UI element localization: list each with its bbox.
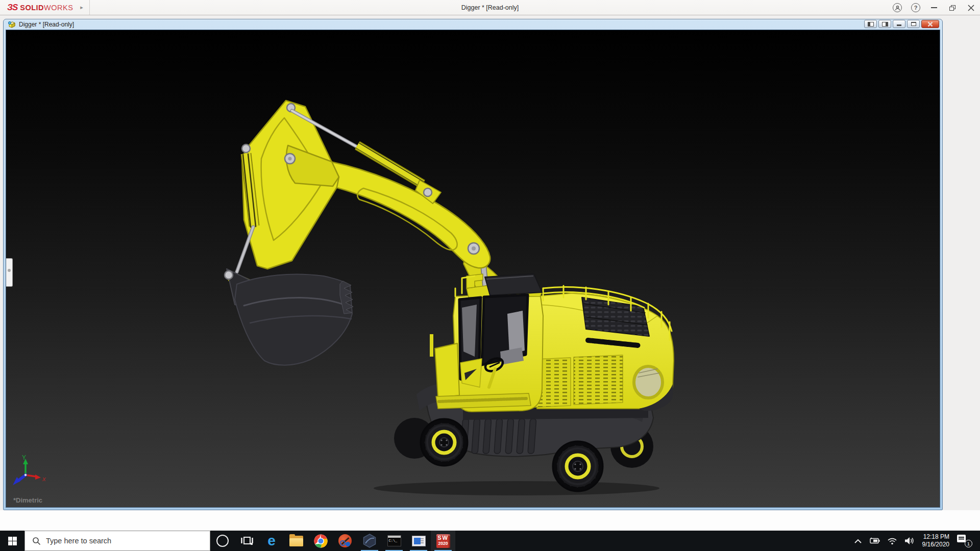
triad-y-label: Y (22, 454, 26, 461)
solidworks-2020-icon: SW2020 (436, 534, 450, 548)
pane-right-button[interactable] (878, 20, 891, 28)
account-button[interactable] (888, 0, 906, 15)
solidworks-logo-solid: SOLID (20, 4, 44, 12)
titlebar-separator (89, 0, 90, 15)
tray-chevron-button[interactable] (851, 531, 865, 551)
document-title: Digger * [Read-only] (19, 21, 74, 28)
volume-button[interactable] (901, 531, 918, 551)
file-explorer-button[interactable] (284, 531, 308, 551)
command-prompt-button[interactable]: C:\_ (382, 531, 406, 551)
hexagon-app-icon (362, 534, 377, 548)
media-cutter-icon (338, 534, 352, 547)
document-window: Digger * [Read-only] (3, 19, 943, 510)
triad-x-label: x (42, 475, 46, 483)
network-button[interactable] (884, 531, 901, 551)
app-window-controls: ? (888, 0, 980, 15)
chevron-up-icon (854, 539, 862, 543)
restore-button[interactable] (943, 0, 962, 15)
tray-time: 12:18 PM (922, 533, 949, 541)
cortana-button[interactable] (210, 531, 235, 551)
app-titlebar: ЗS SOLID WORKS ▸ Digger * [Read-only] ? (0, 0, 980, 15)
view-orientation-label: *Dimetric (13, 496, 42, 504)
menu-expand-arrow-icon[interactable]: ▸ (80, 4, 83, 11)
close-icon (968, 5, 974, 11)
windows-logo-icon (8, 537, 17, 545)
pane-right-icon (882, 22, 888, 27)
app-window-title: Digger * [Read-only] (0, 0, 980, 15)
battery-icon (869, 537, 880, 544)
wifi-icon (887, 537, 897, 545)
body-oval-window (634, 366, 663, 398)
media-cutter-button[interactable] (333, 531, 357, 551)
solidworks-logo: ЗS SOLID WORKS (0, 3, 73, 13)
solidworks-logo-works: WORKS (44, 4, 73, 12)
file-explorer-icon (289, 536, 303, 546)
minimize-icon (931, 7, 937, 8)
doc-close-button[interactable] (921, 20, 939, 28)
help-button[interactable]: ? (906, 0, 925, 15)
bucket (235, 274, 353, 365)
edge-button[interactable]: e (259, 531, 284, 551)
digger-model: Y x (6, 30, 940, 508)
speaker-icon (904, 537, 915, 545)
restore-icon (949, 5, 955, 11)
body-deck (526, 286, 674, 411)
doc-maximize-icon (911, 22, 916, 26)
tray-date: 9/16/2020 (922, 541, 949, 548)
side-window (482, 295, 528, 365)
seat (507, 311, 525, 355)
task-view-button[interactable] (235, 531, 259, 551)
account-icon (893, 3, 902, 12)
document-window-controls (864, 20, 939, 28)
feature-tree-collapse-handle[interactable] (6, 258, 13, 287)
notification-badge: 1 (965, 540, 972, 547)
clock[interactable]: 12:18 PM 9/16/2020 (918, 531, 953, 551)
solidworks-2020-button[interactable]: SW2020 (431, 531, 455, 551)
search-icon (32, 537, 41, 545)
rear-wheel (553, 441, 603, 491)
doc-minimize-button[interactable] (893, 20, 905, 28)
solidworks-logo-mark: ЗS (7, 3, 17, 13)
pane-left-button[interactable] (864, 20, 877, 28)
taskbar-search[interactable] (24, 531, 210, 551)
graphics-area[interactable]: Y x *Dimetric (6, 30, 940, 508)
action-center-button[interactable]: 1 (953, 531, 980, 551)
doc-close-icon (927, 21, 933, 27)
search-input[interactable] (46, 537, 194, 545)
window-app-button[interactable] (406, 531, 431, 551)
close-button[interactable] (962, 0, 980, 15)
start-button[interactable] (0, 531, 24, 551)
help-icon: ? (911, 3, 920, 12)
ground-shadow (374, 481, 659, 495)
window-app-icon (412, 536, 426, 546)
pane-left-icon (868, 22, 874, 27)
mirror (430, 334, 433, 357)
app-background-strip (0, 510, 980, 531)
front-wheel (421, 419, 468, 466)
document-titlebar[interactable]: Digger * [Read-only] (6, 19, 940, 30)
battery-button[interactable] (865, 531, 884, 551)
task-view-icon (241, 536, 253, 546)
system-tray: 12:18 PM 9/16/2020 1 (851, 531, 980, 551)
chrome-button[interactable] (308, 531, 333, 551)
doc-maximize-button[interactable] (907, 20, 920, 28)
notification-icon (957, 535, 966, 542)
orientation-triad: Y x (13, 454, 46, 485)
minimize-button[interactable] (925, 0, 943, 15)
edge-icon: e (267, 534, 276, 548)
command-prompt-icon: C:\_ (387, 535, 401, 546)
cortana-icon (216, 535, 229, 547)
hexagon-app-button[interactable] (357, 531, 382, 551)
cab (430, 274, 543, 412)
part-document-icon (8, 21, 16, 29)
chrome-icon (314, 534, 328, 548)
taskbar: e C:\_ SW2020 (0, 531, 980, 551)
doc-minimize-icon (897, 24, 901, 26)
